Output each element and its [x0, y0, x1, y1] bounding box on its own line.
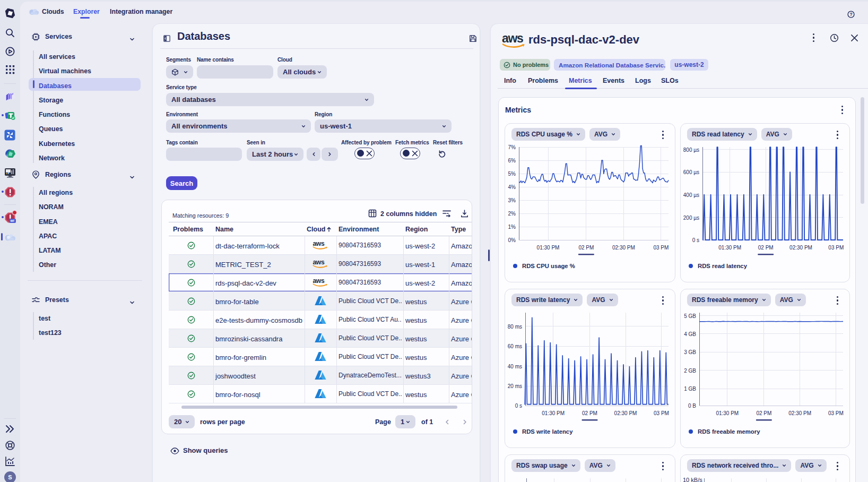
svg-text:02 PM: 02 PM [758, 245, 774, 251]
svg-text:02:30 PM: 02:30 PM [788, 410, 811, 416]
svg-text:?: ? [849, 12, 852, 17]
svg-text:200 µs: 200 µs [683, 215, 699, 221]
svg-text:01:30 PM: 01:30 PM [537, 245, 560, 251]
svg-text:6%: 6% [508, 158, 516, 163]
svg-text:3 GB: 3 GB [684, 349, 696, 355]
svg-text:01:30 PM: 01:30 PM [542, 410, 565, 416]
svg-text:3%: 3% [508, 197, 516, 203]
svg-text:400 µs: 400 µs [683, 192, 699, 198]
svg-text:aws: aws [313, 240, 325, 247]
svg-text:03 PM: 03 PM [654, 410, 669, 416]
svg-text:0%: 0% [508, 237, 516, 243]
svg-text:0 B: 0 B [688, 403, 696, 409]
svg-text:20 ms: 20 ms [508, 383, 522, 389]
svg-text:1%: 1% [508, 224, 516, 230]
svg-text:03 PM: 03 PM [828, 245, 844, 251]
svg-text:80 ms: 80 ms [508, 324, 522, 330]
svg-text:aws: aws [502, 31, 523, 45]
svg-text:01:30 PM: 01:30 PM [718, 245, 741, 251]
svg-text:02:30 PM: 02:30 PM [789, 245, 812, 251]
svg-text:2 GB: 2 GB [684, 368, 696, 374]
svg-text:0 s: 0 s [515, 403, 522, 409]
svg-text:4%: 4% [508, 184, 516, 190]
svg-text:03 PM: 03 PM [653, 245, 669, 251]
svg-text:0 s: 0 s [692, 237, 699, 243]
svg-text:01:30 PM: 01:30 PM [716, 410, 739, 416]
svg-text:5 GB: 5 GB [684, 313, 696, 319]
svg-text:03 PM: 03 PM [828, 410, 844, 416]
svg-text:2%: 2% [508, 211, 516, 217]
svg-text:5%: 5% [508, 171, 516, 177]
svg-text:02:30 PM: 02:30 PM [614, 410, 637, 416]
svg-text:600 µs: 600 µs [683, 169, 699, 175]
svg-text:1 GB: 1 GB [684, 386, 696, 392]
svg-text:aws: aws [313, 277, 325, 285]
svg-text:aws: aws [313, 259, 325, 266]
svg-text:02:30 PM: 02:30 PM [612, 245, 635, 251]
svg-text:02 PM: 02 PM [756, 410, 771, 416]
svg-text:60 ms: 60 ms [508, 343, 522, 349]
svg-text:02 PM: 02 PM [582, 410, 597, 416]
svg-text:800 µs: 800 µs [683, 147, 699, 153]
svg-text:40 ms: 40 ms [508, 364, 522, 369]
svg-text:7%: 7% [508, 144, 516, 150]
svg-text:02 PM: 02 PM [578, 245, 594, 251]
svg-text:4 GB: 4 GB [684, 331, 696, 337]
